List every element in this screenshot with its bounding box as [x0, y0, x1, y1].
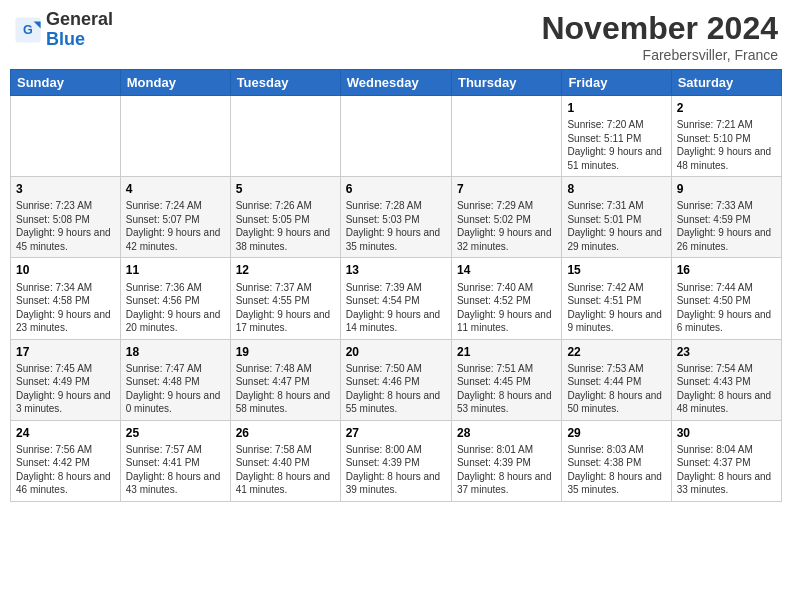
day-number: 28 [457, 425, 556, 441]
logo-blue-text: Blue [46, 29, 85, 49]
day-info: Sunset: 4:38 PM [567, 456, 665, 470]
day-info: Sunset: 4:47 PM [236, 375, 335, 389]
day-number: 17 [16, 344, 115, 360]
day-info: Sunrise: 7:54 AM [677, 362, 776, 376]
week-row-2: 3Sunrise: 7:23 AMSunset: 5:08 PMDaylight… [11, 177, 782, 258]
day-info: Sunrise: 7:37 AM [236, 281, 335, 295]
day-number: 13 [346, 262, 446, 278]
day-info: Sunrise: 7:34 AM [16, 281, 115, 295]
day-info: Sunset: 4:50 PM [677, 294, 776, 308]
day-number: 16 [677, 262, 776, 278]
day-info: Daylight: 9 hours and 23 minutes. [16, 308, 115, 335]
day-cell: 4Sunrise: 7:24 AMSunset: 5:07 PMDaylight… [120, 177, 230, 258]
day-number: 14 [457, 262, 556, 278]
day-info: Daylight: 9 hours and 9 minutes. [567, 308, 665, 335]
day-number: 15 [567, 262, 665, 278]
day-cell: 26Sunrise: 7:58 AMSunset: 4:40 PMDayligh… [230, 420, 340, 501]
weekday-header-row: SundayMondayTuesdayWednesdayThursdayFrid… [11, 70, 782, 96]
day-cell: 12Sunrise: 7:37 AMSunset: 4:55 PMDayligh… [230, 258, 340, 339]
day-cell [120, 96, 230, 177]
day-number: 22 [567, 344, 665, 360]
title-block: November 2024 Farebersviller, France [541, 10, 778, 63]
day-info: Sunrise: 7:47 AM [126, 362, 225, 376]
day-cell [230, 96, 340, 177]
week-row-1: 1Sunrise: 7:20 AMSunset: 5:11 PMDaylight… [11, 96, 782, 177]
day-number: 21 [457, 344, 556, 360]
day-info: Sunrise: 7:20 AM [567, 118, 665, 132]
day-cell: 5Sunrise: 7:26 AMSunset: 5:05 PMDaylight… [230, 177, 340, 258]
day-info: Sunset: 5:08 PM [16, 213, 115, 227]
day-cell: 19Sunrise: 7:48 AMSunset: 4:47 PMDayligh… [230, 339, 340, 420]
day-info: Sunset: 4:41 PM [126, 456, 225, 470]
day-number: 25 [126, 425, 225, 441]
day-number: 10 [16, 262, 115, 278]
week-row-4: 17Sunrise: 7:45 AMSunset: 4:49 PMDayligh… [11, 339, 782, 420]
day-cell: 21Sunrise: 7:51 AMSunset: 4:45 PMDayligh… [451, 339, 561, 420]
day-cell: 11Sunrise: 7:36 AMSunset: 4:56 PMDayligh… [120, 258, 230, 339]
day-info: Sunrise: 7:26 AM [236, 199, 335, 213]
day-info: Sunset: 4:54 PM [346, 294, 446, 308]
day-info: Sunset: 4:45 PM [457, 375, 556, 389]
day-number: 29 [567, 425, 665, 441]
day-cell: 16Sunrise: 7:44 AMSunset: 4:50 PMDayligh… [671, 258, 781, 339]
day-info: Sunset: 4:56 PM [126, 294, 225, 308]
day-number: 1 [567, 100, 665, 116]
day-number: 3 [16, 181, 115, 197]
day-info: Daylight: 8 hours and 55 minutes. [346, 389, 446, 416]
day-number: 19 [236, 344, 335, 360]
day-info: Daylight: 9 hours and 20 minutes. [126, 308, 225, 335]
calendar-table: SundayMondayTuesdayWednesdayThursdayFrid… [10, 69, 782, 502]
day-cell: 29Sunrise: 8:03 AMSunset: 4:38 PMDayligh… [562, 420, 671, 501]
day-info: Sunrise: 7:21 AM [677, 118, 776, 132]
day-info: Sunrise: 7:44 AM [677, 281, 776, 295]
day-cell: 3Sunrise: 7:23 AMSunset: 5:08 PMDaylight… [11, 177, 121, 258]
day-info: Daylight: 8 hours and 33 minutes. [677, 470, 776, 497]
day-info: Sunset: 5:03 PM [346, 213, 446, 227]
day-info: Daylight: 8 hours and 46 minutes. [16, 470, 115, 497]
week-row-3: 10Sunrise: 7:34 AMSunset: 4:58 PMDayligh… [11, 258, 782, 339]
weekday-header-friday: Friday [562, 70, 671, 96]
day-info: Sunrise: 7:45 AM [16, 362, 115, 376]
day-number: 2 [677, 100, 776, 116]
day-number: 20 [346, 344, 446, 360]
day-number: 18 [126, 344, 225, 360]
day-info: Sunset: 4:58 PM [16, 294, 115, 308]
day-info: Sunrise: 7:51 AM [457, 362, 556, 376]
day-info: Sunrise: 7:36 AM [126, 281, 225, 295]
day-info: Sunset: 4:49 PM [16, 375, 115, 389]
day-info: Daylight: 8 hours and 35 minutes. [567, 470, 665, 497]
day-info: Daylight: 9 hours and 35 minutes. [346, 226, 446, 253]
day-info: Daylight: 9 hours and 6 minutes. [677, 308, 776, 335]
day-info: Sunrise: 8:04 AM [677, 443, 776, 457]
day-info: Sunrise: 7:24 AM [126, 199, 225, 213]
day-info: Sunset: 4:39 PM [346, 456, 446, 470]
day-info: Sunrise: 8:03 AM [567, 443, 665, 457]
day-info: Sunrise: 7:23 AM [16, 199, 115, 213]
day-info: Sunset: 4:40 PM [236, 456, 335, 470]
location: Farebersviller, France [541, 47, 778, 63]
day-info: Sunrise: 7:40 AM [457, 281, 556, 295]
day-info: Sunset: 4:37 PM [677, 456, 776, 470]
weekday-header-monday: Monday [120, 70, 230, 96]
day-cell: 10Sunrise: 7:34 AMSunset: 4:58 PMDayligh… [11, 258, 121, 339]
day-cell: 2Sunrise: 7:21 AMSunset: 5:10 PMDaylight… [671, 96, 781, 177]
day-info: Sunrise: 7:56 AM [16, 443, 115, 457]
day-number: 8 [567, 181, 665, 197]
day-info: Sunset: 5:10 PM [677, 132, 776, 146]
day-info: Daylight: 8 hours and 39 minutes. [346, 470, 446, 497]
day-info: Daylight: 9 hours and 14 minutes. [346, 308, 446, 335]
day-number: 9 [677, 181, 776, 197]
day-info: Daylight: 9 hours and 29 minutes. [567, 226, 665, 253]
day-cell: 6Sunrise: 7:28 AMSunset: 5:03 PMDaylight… [340, 177, 451, 258]
day-info: Daylight: 8 hours and 53 minutes. [457, 389, 556, 416]
day-cell: 25Sunrise: 7:57 AMSunset: 4:41 PMDayligh… [120, 420, 230, 501]
day-cell [11, 96, 121, 177]
day-info: Sunrise: 8:01 AM [457, 443, 556, 457]
weekday-header-sunday: Sunday [11, 70, 121, 96]
day-number: 24 [16, 425, 115, 441]
day-info: Daylight: 9 hours and 51 minutes. [567, 145, 665, 172]
day-number: 30 [677, 425, 776, 441]
day-info: Daylight: 8 hours and 58 minutes. [236, 389, 335, 416]
weekday-header-wednesday: Wednesday [340, 70, 451, 96]
day-info: Daylight: 8 hours and 48 minutes. [677, 389, 776, 416]
